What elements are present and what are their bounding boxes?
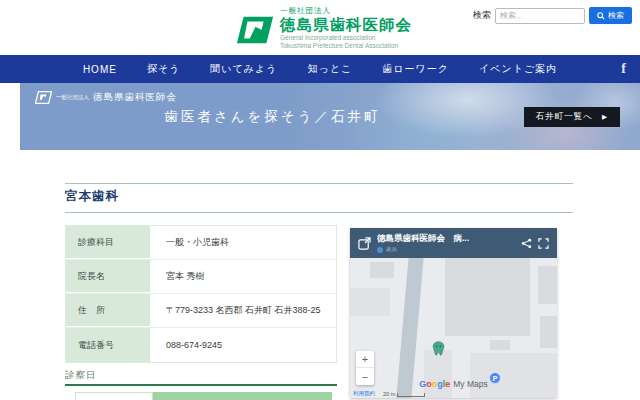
map-building <box>424 350 452 398</box>
hero-org-type: 一般社団法人 <box>56 94 89 101</box>
watermark-letter: e <box>445 379 450 389</box>
search-button-label: 検索 <box>608 10 624 21</box>
top-header: 一般社団法人 徳島県歯科医師会 General incorporated ass… <box>0 0 640 55</box>
nav-item-sagasou[interactable]: 探そう <box>147 62 180 76</box>
divider-top <box>65 183 573 184</box>
watermark-text: My Maps <box>453 379 487 389</box>
map-building <box>445 258 530 336</box>
terms-link[interactable]: 利用規約 <box>353 390 375 397</box>
site-logo[interactable]: 一般社団法人 徳島県歯科医師会 General incorporated ass… <box>236 6 412 50</box>
map-attribution: 利用規約 20 m <box>353 390 425 397</box>
row-value: 088-674-9245 <box>152 328 336 362</box>
map-header: 徳島県歯科医師会 病... 表示 <box>350 228 557 258</box>
map-scale: 20 m <box>383 391 425 397</box>
map-building <box>490 340 510 350</box>
nav-item-events[interactable]: イベントご案内 <box>479 62 557 76</box>
table-row: 住 所 〒779-3233 名西郡 石井町 石井388-25 <box>66 294 336 328</box>
town-list-button[interactable]: 石井町一覧へ ▶ <box>524 107 620 127</box>
clinic-info-table: 診療科目 一般・小児歯科 院長名 宮本 秀樹 住 所 〒779-3233 名西郡… <box>65 225 337 363</box>
google-my-maps-embed: 徳島県歯科医師会 病... 表示 <box>350 228 557 398</box>
google-my-maps-watermark: GoogleMy Maps <box>350 379 557 389</box>
page: 一般社団法人 徳島県歯科医師会 General incorporated ass… <box>0 0 640 400</box>
map-author-avatar <box>377 247 383 253</box>
row-label: 院長名 <box>66 260 152 293</box>
main-nav: HOME 探そう 聞いてみよう 知っとこ 歯ローワーク イベントご案内 <box>0 55 640 83</box>
search-label: 検索 <box>473 9 491 22</box>
facebook-icon[interactable]: f <box>621 55 626 83</box>
tooth-marker-icon[interactable] <box>432 341 445 356</box>
map-views-label: 表示 <box>386 246 397 253</box>
map-building <box>370 262 394 278</box>
hero-banner: 一般社団法人 徳島県歯科医師会 歯医者さんを探そう／石井町 石井町一覧へ ▶ <box>20 83 640 150</box>
map-canvas[interactable]: P + − GoogleMy Maps 利用規約 20 m <box>350 258 557 398</box>
org-name-en-2: Tokushima Prefecture Dental Association <box>280 42 412 50</box>
row-value: 一般・小児歯科 <box>152 226 336 259</box>
row-value: 〒779-3233 名西郡 石井町 石井388-25 <box>152 294 336 327</box>
zoom-in-button[interactable]: + <box>356 351 374 368</box>
schedule-cell-empty <box>75 392 153 400</box>
map-title: 徳島県歯科医師会 病... <box>377 233 515 245</box>
nav-item-home[interactable]: HOME <box>83 64 117 75</box>
map-building <box>350 288 390 316</box>
map-scale-bar <box>397 393 425 397</box>
org-name-en-1: General incorporated association <box>280 34 412 42</box>
map-building <box>540 316 557 348</box>
table-row: 電話番号 088-674-9245 <box>66 328 336 362</box>
map-scale-label: 20 m <box>383 391 395 397</box>
table-row: 院長名 宮本 秀樹 <box>66 260 336 294</box>
clinic-name-heading: 宮本歯科 <box>65 188 119 205</box>
org-type-label: 一般社団法人 <box>280 6 412 16</box>
map-building <box>538 266 557 304</box>
hero-org-logo: 一般社団法人 徳島県歯科医師会 <box>35 91 177 104</box>
hero-org-name: 徳島県歯科医師会 <box>93 91 177 104</box>
share-icon[interactable] <box>521 238 532 249</box>
fullscreen-icon[interactable] <box>538 238 549 249</box>
nav-item-shittoko[interactable]: 知っとこ <box>308 62 353 76</box>
town-list-button-label: 石井町一覧へ <box>536 111 593 123</box>
row-label: 診療科目 <box>66 226 152 259</box>
search-bar: 検索 検索 <box>473 7 632 24</box>
dental-association-logo-icon <box>236 15 274 45</box>
row-label: 住 所 <box>66 294 152 327</box>
schedule-heading: 診察日 <box>65 369 97 382</box>
schedule-table-partial <box>75 392 332 400</box>
schedule-cell-header <box>153 392 332 400</box>
map-building <box>470 353 557 398</box>
row-value: 宮本 秀樹 <box>152 260 336 293</box>
logo-text: 一般社団法人 徳島県歯科医師会 General incorporated ass… <box>280 6 412 50</box>
search-button[interactable]: 検索 <box>589 7 632 24</box>
nav-item-kiitemiyou[interactable]: 聞いてみよう <box>210 62 277 76</box>
row-label: 電話番号 <box>66 328 152 362</box>
nav-item-hallowork[interactable]: 歯ローワーク <box>382 62 449 76</box>
hero-page-title: 歯医者さんを探そう／石井町 <box>20 108 525 126</box>
view-larger-map-icon[interactable] <box>358 237 371 250</box>
hero-logo-icon <box>35 91 52 104</box>
org-name: 徳島県歯科医師会 <box>280 16 412 34</box>
map-title-block: 徳島県歯科医師会 病... 表示 <box>377 233 515 253</box>
search-icon <box>597 12 605 20</box>
arrow-right-icon: ▶ <box>602 113 608 121</box>
search-input[interactable] <box>495 8 585 24</box>
map-road <box>394 258 424 398</box>
schedule-underline <box>65 384 337 386</box>
table-row: 診療科目 一般・小児歯科 <box>66 226 336 260</box>
divider-bottom <box>65 212 573 213</box>
map-badge-row: 表示 <box>377 246 515 253</box>
